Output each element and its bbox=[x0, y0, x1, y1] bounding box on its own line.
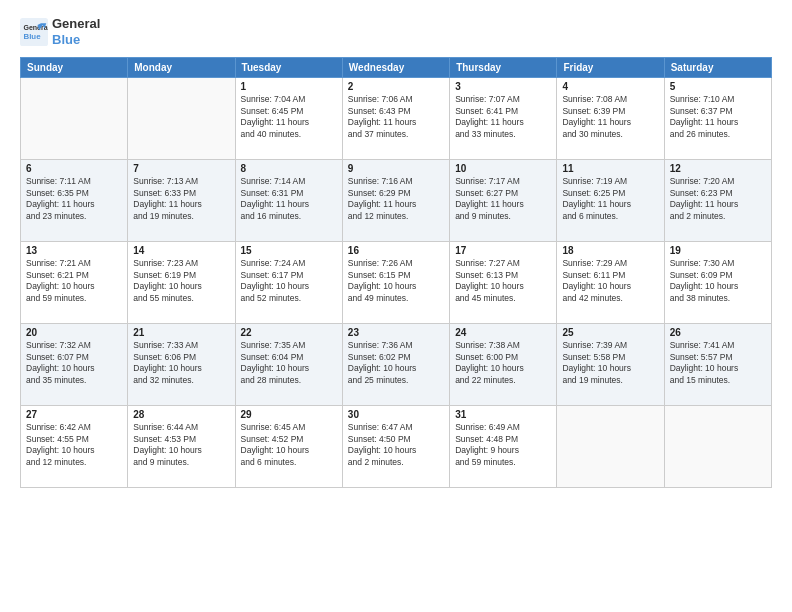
calendar-cell bbox=[128, 78, 235, 160]
calendar-cell: 19Sunrise: 7:30 AM Sunset: 6:09 PM Dayli… bbox=[664, 242, 771, 324]
day-info: Sunrise: 7:32 AM Sunset: 6:07 PM Dayligh… bbox=[26, 340, 122, 386]
calendar-cell: 26Sunrise: 7:41 AM Sunset: 5:57 PM Dayli… bbox=[664, 324, 771, 406]
day-info: Sunrise: 6:42 AM Sunset: 4:55 PM Dayligh… bbox=[26, 422, 122, 468]
calendar-cell: 10Sunrise: 7:17 AM Sunset: 6:27 PM Dayli… bbox=[450, 160, 557, 242]
logo-text: General Blue bbox=[52, 16, 100, 47]
calendar-cell: 5Sunrise: 7:10 AM Sunset: 6:37 PM Daylig… bbox=[664, 78, 771, 160]
weekday-header: Wednesday bbox=[342, 58, 449, 78]
day-info: Sunrise: 6:49 AM Sunset: 4:48 PM Dayligh… bbox=[455, 422, 551, 468]
calendar-cell: 31Sunrise: 6:49 AM Sunset: 4:48 PM Dayli… bbox=[450, 406, 557, 488]
day-info: Sunrise: 7:04 AM Sunset: 6:45 PM Dayligh… bbox=[241, 94, 337, 140]
weekday-header: Sunday bbox=[21, 58, 128, 78]
calendar-cell: 11Sunrise: 7:19 AM Sunset: 6:25 PM Dayli… bbox=[557, 160, 664, 242]
calendar-cell: 28Sunrise: 6:44 AM Sunset: 4:53 PM Dayli… bbox=[128, 406, 235, 488]
day-number: 13 bbox=[26, 245, 122, 256]
calendar-cell: 13Sunrise: 7:21 AM Sunset: 6:21 PM Dayli… bbox=[21, 242, 128, 324]
day-number: 12 bbox=[670, 163, 766, 174]
day-info: Sunrise: 6:47 AM Sunset: 4:50 PM Dayligh… bbox=[348, 422, 444, 468]
day-info: Sunrise: 7:39 AM Sunset: 5:58 PM Dayligh… bbox=[562, 340, 658, 386]
calendar-week-row: 20Sunrise: 7:32 AM Sunset: 6:07 PM Dayli… bbox=[21, 324, 772, 406]
day-info: Sunrise: 7:16 AM Sunset: 6:29 PM Dayligh… bbox=[348, 176, 444, 222]
calendar-cell: 16Sunrise: 7:26 AM Sunset: 6:15 PM Dayli… bbox=[342, 242, 449, 324]
day-number: 24 bbox=[455, 327, 551, 338]
day-info: Sunrise: 7:27 AM Sunset: 6:13 PM Dayligh… bbox=[455, 258, 551, 304]
calendar-cell: 1Sunrise: 7:04 AM Sunset: 6:45 PM Daylig… bbox=[235, 78, 342, 160]
day-number: 8 bbox=[241, 163, 337, 174]
day-number: 29 bbox=[241, 409, 337, 420]
day-number: 21 bbox=[133, 327, 229, 338]
calendar-cell: 15Sunrise: 7:24 AM Sunset: 6:17 PM Dayli… bbox=[235, 242, 342, 324]
day-info: Sunrise: 7:36 AM Sunset: 6:02 PM Dayligh… bbox=[348, 340, 444, 386]
day-info: Sunrise: 7:23 AM Sunset: 6:19 PM Dayligh… bbox=[133, 258, 229, 304]
day-number: 9 bbox=[348, 163, 444, 174]
calendar-week-row: 27Sunrise: 6:42 AM Sunset: 4:55 PM Dayli… bbox=[21, 406, 772, 488]
day-number: 18 bbox=[562, 245, 658, 256]
weekday-header: Monday bbox=[128, 58, 235, 78]
day-info: Sunrise: 7:11 AM Sunset: 6:35 PM Dayligh… bbox=[26, 176, 122, 222]
day-info: Sunrise: 7:08 AM Sunset: 6:39 PM Dayligh… bbox=[562, 94, 658, 140]
day-number: 7 bbox=[133, 163, 229, 174]
day-info: Sunrise: 7:33 AM Sunset: 6:06 PM Dayligh… bbox=[133, 340, 229, 386]
logo: General Blue General Blue bbox=[20, 16, 100, 47]
day-number: 16 bbox=[348, 245, 444, 256]
day-number: 22 bbox=[241, 327, 337, 338]
calendar-cell: 3Sunrise: 7:07 AM Sunset: 6:41 PM Daylig… bbox=[450, 78, 557, 160]
calendar-cell bbox=[557, 406, 664, 488]
day-info: Sunrise: 6:45 AM Sunset: 4:52 PM Dayligh… bbox=[241, 422, 337, 468]
calendar-cell: 12Sunrise: 7:20 AM Sunset: 6:23 PM Dayli… bbox=[664, 160, 771, 242]
day-number: 14 bbox=[133, 245, 229, 256]
day-number: 20 bbox=[26, 327, 122, 338]
calendar-table: SundayMondayTuesdayWednesdayThursdayFrid… bbox=[20, 57, 772, 488]
svg-text:Blue: Blue bbox=[24, 32, 42, 41]
day-number: 15 bbox=[241, 245, 337, 256]
day-info: Sunrise: 7:41 AM Sunset: 5:57 PM Dayligh… bbox=[670, 340, 766, 386]
calendar-week-row: 13Sunrise: 7:21 AM Sunset: 6:21 PM Dayli… bbox=[21, 242, 772, 324]
day-number: 17 bbox=[455, 245, 551, 256]
calendar-cell: 20Sunrise: 7:32 AM Sunset: 6:07 PM Dayli… bbox=[21, 324, 128, 406]
calendar-cell: 24Sunrise: 7:38 AM Sunset: 6:00 PM Dayli… bbox=[450, 324, 557, 406]
day-info: Sunrise: 7:38 AM Sunset: 6:00 PM Dayligh… bbox=[455, 340, 551, 386]
day-info: Sunrise: 6:44 AM Sunset: 4:53 PM Dayligh… bbox=[133, 422, 229, 468]
calendar-cell: 14Sunrise: 7:23 AM Sunset: 6:19 PM Dayli… bbox=[128, 242, 235, 324]
day-info: Sunrise: 7:29 AM Sunset: 6:11 PM Dayligh… bbox=[562, 258, 658, 304]
day-info: Sunrise: 7:14 AM Sunset: 6:31 PM Dayligh… bbox=[241, 176, 337, 222]
calendar-cell: 30Sunrise: 6:47 AM Sunset: 4:50 PM Dayli… bbox=[342, 406, 449, 488]
page-header: General Blue General Blue bbox=[20, 16, 772, 47]
day-number: 5 bbox=[670, 81, 766, 92]
day-info: Sunrise: 7:06 AM Sunset: 6:43 PM Dayligh… bbox=[348, 94, 444, 140]
day-number: 1 bbox=[241, 81, 337, 92]
day-number: 30 bbox=[348, 409, 444, 420]
day-number: 23 bbox=[348, 327, 444, 338]
calendar-cell: 23Sunrise: 7:36 AM Sunset: 6:02 PM Dayli… bbox=[342, 324, 449, 406]
day-number: 19 bbox=[670, 245, 766, 256]
calendar-cell: 2Sunrise: 7:06 AM Sunset: 6:43 PM Daylig… bbox=[342, 78, 449, 160]
day-info: Sunrise: 7:35 AM Sunset: 6:04 PM Dayligh… bbox=[241, 340, 337, 386]
calendar-week-row: 1Sunrise: 7:04 AM Sunset: 6:45 PM Daylig… bbox=[21, 78, 772, 160]
day-number: 10 bbox=[455, 163, 551, 174]
calendar-cell: 18Sunrise: 7:29 AM Sunset: 6:11 PM Dayli… bbox=[557, 242, 664, 324]
calendar-cell: 27Sunrise: 6:42 AM Sunset: 4:55 PM Dayli… bbox=[21, 406, 128, 488]
calendar-cell: 21Sunrise: 7:33 AM Sunset: 6:06 PM Dayli… bbox=[128, 324, 235, 406]
day-number: 2 bbox=[348, 81, 444, 92]
day-info: Sunrise: 7:30 AM Sunset: 6:09 PM Dayligh… bbox=[670, 258, 766, 304]
day-number: 27 bbox=[26, 409, 122, 420]
day-number: 3 bbox=[455, 81, 551, 92]
calendar-cell: 22Sunrise: 7:35 AM Sunset: 6:04 PM Dayli… bbox=[235, 324, 342, 406]
day-info: Sunrise: 7:19 AM Sunset: 6:25 PM Dayligh… bbox=[562, 176, 658, 222]
day-info: Sunrise: 7:26 AM Sunset: 6:15 PM Dayligh… bbox=[348, 258, 444, 304]
day-number: 11 bbox=[562, 163, 658, 174]
day-info: Sunrise: 7:21 AM Sunset: 6:21 PM Dayligh… bbox=[26, 258, 122, 304]
calendar-cell: 4Sunrise: 7:08 AM Sunset: 6:39 PM Daylig… bbox=[557, 78, 664, 160]
calendar-cell: 29Sunrise: 6:45 AM Sunset: 4:52 PM Dayli… bbox=[235, 406, 342, 488]
day-info: Sunrise: 7:10 AM Sunset: 6:37 PM Dayligh… bbox=[670, 94, 766, 140]
calendar-cell: 7Sunrise: 7:13 AM Sunset: 6:33 PM Daylig… bbox=[128, 160, 235, 242]
day-info: Sunrise: 7:07 AM Sunset: 6:41 PM Dayligh… bbox=[455, 94, 551, 140]
calendar-week-row: 6Sunrise: 7:11 AM Sunset: 6:35 PM Daylig… bbox=[21, 160, 772, 242]
day-number: 4 bbox=[562, 81, 658, 92]
calendar-header-row: SundayMondayTuesdayWednesdayThursdayFrid… bbox=[21, 58, 772, 78]
day-number: 28 bbox=[133, 409, 229, 420]
calendar-cell: 8Sunrise: 7:14 AM Sunset: 6:31 PM Daylig… bbox=[235, 160, 342, 242]
calendar-cell: 25Sunrise: 7:39 AM Sunset: 5:58 PM Dayli… bbox=[557, 324, 664, 406]
calendar-cell: 9Sunrise: 7:16 AM Sunset: 6:29 PM Daylig… bbox=[342, 160, 449, 242]
calendar-cell bbox=[21, 78, 128, 160]
